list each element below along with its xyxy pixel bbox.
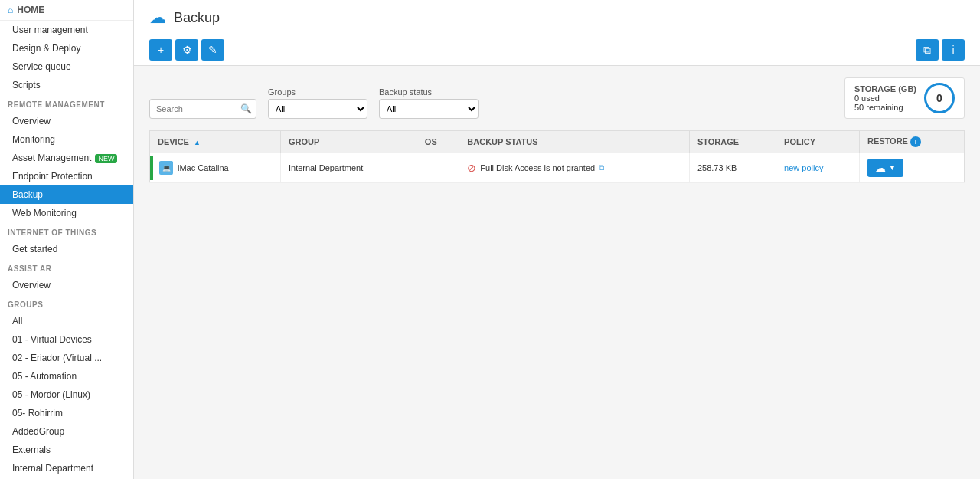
sidebar-item-overview[interactable]: Overview xyxy=(0,112,133,130)
sidebar-item-scripts[interactable]: Scripts xyxy=(0,76,133,94)
new-badge-asset-management: NEW xyxy=(95,154,117,163)
restore-button-0[interactable]: ☁ ▼ xyxy=(867,159,903,177)
toolbar-right: ⧉ i xyxy=(916,39,965,61)
sidebar-item-design-deploy[interactable]: Design & Deploy xyxy=(0,39,133,57)
sidebar-item-group-05-auto[interactable]: 05 - Automation xyxy=(0,367,133,385)
col-os-label: OS xyxy=(425,137,437,146)
col-storage-label: STORAGE xyxy=(697,137,739,146)
sidebar-item-group-internal[interactable]: Internal Department xyxy=(0,459,133,477)
imac-icon: 💻 xyxy=(159,161,173,175)
storage-widget: STORAGE (GB) 0 used 50 remaining 0 xyxy=(844,77,965,119)
edit-button[interactable]: ✎ xyxy=(201,39,224,61)
cell-os-0 xyxy=(416,153,459,183)
restore-dropdown-icon: ▼ xyxy=(889,164,896,172)
toolbar: + ⚙ ✎ ⧉ i xyxy=(134,34,980,66)
cell-group-0: Internal Department xyxy=(280,153,416,183)
restore-info-icon[interactable]: i xyxy=(910,136,921,147)
sidebar-item-user-management[interactable]: User management xyxy=(0,21,133,39)
toolbar-left: + ⚙ ✎ xyxy=(149,39,224,61)
search-group: 🔍 xyxy=(149,99,256,119)
storage-title: STORAGE (GB) xyxy=(854,84,916,94)
col-backup-status: BACKUP STATUS xyxy=(459,131,690,153)
sidebar-item-group-05-rohirrim[interactable]: 05- Rohirrim xyxy=(0,404,133,422)
new-policy-link-0[interactable]: new policy xyxy=(784,163,823,172)
sidebar: ⌂ HOME User managementDesign & DeploySer… xyxy=(0,0,134,479)
status-text-0: Full Disk Access is not granted xyxy=(480,163,595,172)
search-wrapper: 🔍 xyxy=(149,99,256,119)
col-restore-label: RESTORE xyxy=(867,136,908,146)
table-row: 💻 iMac Catalina Internal Department ⊘ Fu… xyxy=(150,153,965,183)
sidebar-item-group-all[interactable]: All xyxy=(0,312,133,330)
external-link-icon[interactable]: ⧉ xyxy=(599,163,604,172)
add-button[interactable]: + xyxy=(149,39,172,61)
backup-status-filter-label: Backup status xyxy=(379,87,479,97)
sidebar-item-group-05-mordor[interactable]: 05 - Mordor (Linux) xyxy=(0,385,133,404)
page-title: Backup xyxy=(174,10,220,26)
settings-button[interactable]: ⚙ xyxy=(175,39,198,61)
device-name-0: iMac Catalina xyxy=(178,163,229,172)
sidebar-item-asset-management[interactable]: Asset ManagementNEW xyxy=(0,149,133,167)
sidebar-item-monitoring[interactable]: Monitoring xyxy=(0,130,133,149)
search-icon: 🔍 xyxy=(240,103,252,114)
restore-cloud-icon: ☁ xyxy=(875,162,886,174)
copy-button[interactable]: ⧉ xyxy=(916,39,939,61)
col-restore: RESTORE i xyxy=(859,131,964,153)
sidebar-item-backup[interactable]: Backup xyxy=(0,185,133,204)
sidebar-item-assist-overview[interactable]: Overview xyxy=(0,276,133,294)
sidebar-item-endpoint-protection[interactable]: Endpoint Protection xyxy=(0,167,133,185)
page-header: ☁ Backup xyxy=(134,0,980,34)
sidebar-item-service-queue[interactable]: Service queue xyxy=(0,57,133,76)
storage-circle: 0 xyxy=(924,83,955,113)
storage-used-value: 0 xyxy=(854,94,859,103)
sidebar-item-group-added[interactable]: AddedGroup xyxy=(0,422,133,441)
home-header: ⌂ HOME xyxy=(0,0,133,21)
backup-cloud-icon: ☁ xyxy=(149,8,166,28)
home-label: HOME xyxy=(17,5,44,15)
col-policy: POLICY xyxy=(776,131,860,153)
remote-management-header: REMOTE MANAGEMENT xyxy=(0,94,133,112)
home-icon: ⌂ xyxy=(8,5,13,15)
sidebar-item-group-externals[interactable]: Externals xyxy=(0,441,133,459)
backup-status-select[interactable]: All xyxy=(379,99,479,119)
table-header: DEVICE ▲ GROUP OS BACKUP STATUS STORAGE xyxy=(150,131,965,153)
storage-remaining-label: remaining xyxy=(866,103,903,112)
content-area: 🔍 Groups All Backup status All STORAGE (… xyxy=(134,66,980,479)
cell-restore-0: ☁ ▼ xyxy=(859,153,964,183)
status-error-icon: ⊘ xyxy=(467,162,476,174)
col-device[interactable]: DEVICE ▲ xyxy=(150,131,281,153)
assist-header: ASSIST AR xyxy=(0,258,133,276)
cell-policy-0: new policy xyxy=(776,153,860,183)
sidebar-item-group-01[interactable]: 01 - Virtual Devices xyxy=(0,330,133,349)
table-body: 💻 iMac Catalina Internal Department ⊘ Fu… xyxy=(150,153,965,183)
info-button[interactable]: i xyxy=(942,39,965,61)
storage-remaining: 50 remaining xyxy=(854,103,916,112)
col-storage: STORAGE xyxy=(689,131,776,153)
storage-used: 0 used xyxy=(854,94,916,103)
groups-select[interactable]: All xyxy=(268,99,368,119)
groups-filter-label: Groups xyxy=(268,87,368,97)
backup-table: DEVICE ▲ GROUP OS BACKUP STATUS STORAGE xyxy=(149,130,965,183)
sidebar-item-group-02[interactable]: 02 - Eriador (Virtual ... xyxy=(0,349,133,367)
groups-header: GROUPS xyxy=(0,294,133,312)
col-os: OS xyxy=(416,131,459,153)
backup-status-filter-group: Backup status All xyxy=(379,87,479,119)
col-group-label: GROUP xyxy=(289,137,319,146)
sidebar-item-web-monitoring[interactable]: Web Monitoring xyxy=(0,204,133,222)
main-content: ☁ Backup + ⚙ ✎ ⧉ i 🔍 Groups xyxy=(134,0,980,479)
col-policy-label: POLICY xyxy=(784,137,815,146)
storage-circle-value: 0 xyxy=(936,92,942,104)
cell-backup-status-0: ⊘ Full Disk Access is not granted ⧉ xyxy=(459,153,690,183)
cell-storage-0: 258.73 KB xyxy=(689,153,776,183)
groups-filter-group: Groups All xyxy=(268,87,368,119)
cell-device-0: 💻 iMac Catalina xyxy=(150,153,281,183)
iot-header: INTERNET OF THINGS xyxy=(0,222,133,240)
storage-used-label: used xyxy=(861,94,880,103)
sidebar-item-get-started[interactable]: Get started xyxy=(0,240,133,258)
sort-icon-device: ▲ xyxy=(194,139,201,146)
col-group: GROUP xyxy=(280,131,416,153)
col-backup-status-label: BACKUP STATUS xyxy=(467,137,537,146)
filter-row: 🔍 Groups All Backup status All STORAGE (… xyxy=(149,77,965,119)
storage-info: STORAGE (GB) 0 used 50 remaining xyxy=(854,84,916,112)
storage-remaining-value: 50 xyxy=(854,103,864,112)
col-device-label: DEVICE xyxy=(158,137,189,146)
